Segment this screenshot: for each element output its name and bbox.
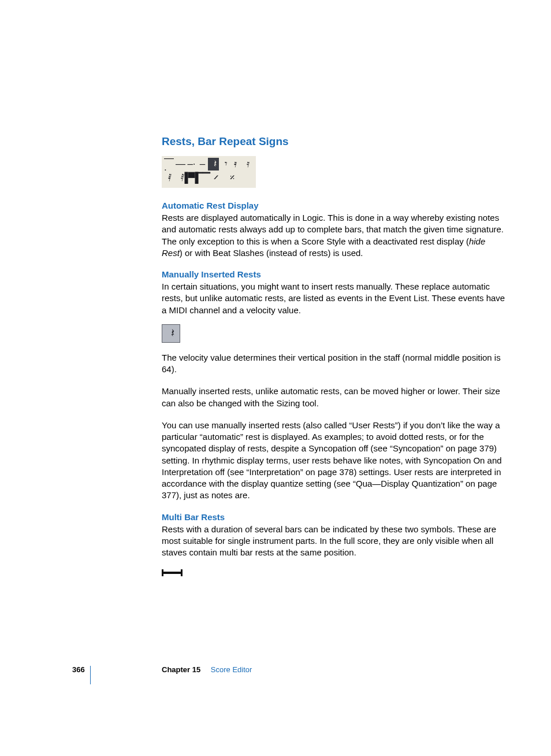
manual-rest-heading: Manually Inserted Rests (162, 269, 505, 279)
quarter-rest-button-icon: 𝄽 (162, 324, 180, 343)
half-rest-icon: – (197, 158, 208, 171)
whole-rest-icon: — (175, 158, 186, 171)
chapter-name: Score Editor (211, 665, 252, 674)
page-number: 366 (72, 665, 162, 674)
sixteenth-dotted-rest-icon: 𝄿· (230, 158, 241, 171)
palette-row-1: —· — –· – 𝄽 𝄾 𝄿· 𝄿 (164, 158, 254, 171)
multibar-rest-symbol-icon (162, 569, 183, 577)
eighth-rest-icon: 𝄾 (219, 158, 230, 171)
manual-rest-p2: The velocity value determines their vert… (162, 352, 505, 376)
thirtysecond-dotted-rest-icon: 𝅀· (164, 172, 175, 184)
automatic-rest-heading: Automatic Rest Display (162, 201, 505, 210)
text: Rests are displayed automatically in Log… (162, 213, 504, 246)
page: Rests, Bar Repeat Signs —· — –· – 𝄽 𝄾 𝄿·… (0, 0, 551, 756)
sixteenth-rest-icon: 𝄿 (241, 158, 252, 171)
content-column: Rests, Bar Repeat Signs —· — –· – 𝄽 𝄾 𝄿·… (162, 135, 505, 587)
footer: 366 Chapter 15 Score Editor (72, 665, 505, 674)
chapter-label: Chapter 15 (162, 665, 200, 674)
manual-rest-p1: In certain situations, you might want to… (162, 281, 505, 316)
bar-repeat-2-icon: 𝄎 (224, 172, 240, 184)
rest-palette-image: —· — –· – 𝄽 𝄾 𝄿· 𝄿 𝅀· 𝅀 ▐▀▌ ▔▔ 𝄍 𝄎 (162, 156, 256, 188)
multibar-church-icon: ▔▔ (197, 172, 208, 184)
manual-rest-p4: You can use manually inserted rests (als… (162, 420, 505, 502)
half-dotted-rest-icon: –· (186, 158, 197, 171)
section-title: Rests, Bar Repeat Signs (162, 135, 505, 148)
automatic-rest-paragraph: Rests are displayed automatically in Log… (162, 212, 505, 259)
multibar-heading: Multi Bar Rests (162, 512, 505, 522)
svg-rect-2 (162, 572, 182, 574)
multibar-p1: Rests with a duration of several bars ca… (162, 524, 505, 559)
palette-row-2: 𝅀· 𝅀 ▐▀▌ ▔▔ 𝄍 𝄎 (164, 172, 254, 184)
quarter-rest-icon: 𝄽 (208, 158, 219, 171)
whole-dotted-rest-icon: —· (164, 158, 175, 171)
text: ) or with Beat Slashes (instead of rests… (180, 248, 363, 258)
bar-repeat-1-icon: 𝄍 (208, 172, 224, 184)
manual-rest-p3: Manually inserted rests, unlike automati… (162, 386, 505, 409)
